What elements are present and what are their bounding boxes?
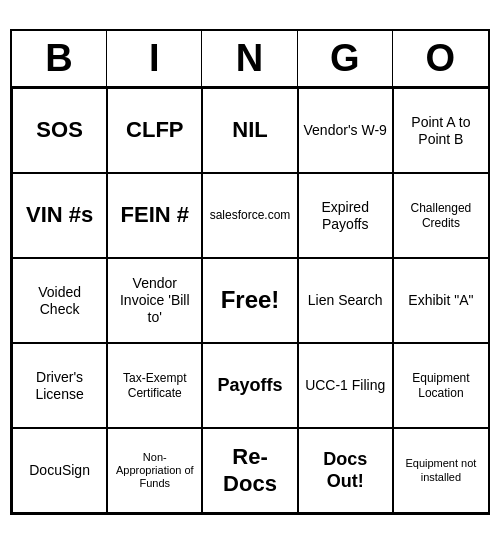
bingo-cell-18: UCC-1 Filing — [298, 343, 393, 428]
bingo-cell-16: Tax-Exempt Certificate — [107, 343, 202, 428]
bingo-cell-5: VIN #s — [12, 173, 107, 258]
header-letter-b: B — [12, 31, 107, 86]
cell-text-10: Voided Check — [17, 284, 102, 318]
header-letter-i: I — [107, 31, 202, 86]
cell-text-6: FEIN # — [121, 202, 189, 228]
bingo-cell-17: Payoffs — [202, 343, 297, 428]
cell-text-1: CLFP — [126, 117, 183, 143]
bingo-cell-0: SOS — [12, 88, 107, 173]
cell-text-20: DocuSign — [29, 462, 90, 479]
cell-text-18: UCC-1 Filing — [305, 377, 385, 394]
header-letter-n: N — [202, 31, 297, 86]
bingo-cell-23: Docs Out! — [298, 428, 393, 513]
cell-text-14: Exhibit "A" — [408, 292, 473, 309]
bingo-cell-12: Free! — [202, 258, 297, 343]
cell-text-15: Driver's License — [17, 369, 102, 403]
cell-text-24: Equipment not installed — [398, 457, 484, 483]
header-letter-g: G — [298, 31, 393, 86]
cell-text-12: Free! — [221, 286, 280, 315]
bingo-grid: SOSCLFPNILVendor's W-9Point A to Point B… — [12, 88, 488, 513]
bingo-card: BINGO SOSCLFPNILVendor's W-9Point A to P… — [10, 29, 490, 515]
bingo-cell-19: Equipment Location — [393, 343, 488, 428]
cell-text-13: Lien Search — [308, 292, 383, 309]
cell-text-0: SOS — [36, 117, 82, 143]
bingo-cell-1: CLFP — [107, 88, 202, 173]
cell-text-8: Expired Payoffs — [303, 199, 388, 233]
bingo-cell-8: Expired Payoffs — [298, 173, 393, 258]
cell-text-22: Re-Docs — [207, 444, 292, 497]
bingo-cell-24: Equipment not installed — [393, 428, 488, 513]
bingo-cell-22: Re-Docs — [202, 428, 297, 513]
bingo-cell-7: salesforce.com — [202, 173, 297, 258]
bingo-cell-3: Vendor's W-9 — [298, 88, 393, 173]
cell-text-17: Payoffs — [217, 375, 282, 397]
cell-text-16: Tax-Exempt Certificate — [112, 371, 197, 400]
cell-text-2: NIL — [232, 117, 267, 143]
bingo-cell-14: Exhibit "A" — [393, 258, 488, 343]
bingo-cell-21: Non-Appropriation of Funds — [107, 428, 202, 513]
bingo-cell-20: DocuSign — [12, 428, 107, 513]
cell-text-3: Vendor's W-9 — [304, 122, 387, 139]
header-letter-o: O — [393, 31, 488, 86]
cell-text-19: Equipment Location — [398, 371, 484, 400]
bingo-cell-13: Lien Search — [298, 258, 393, 343]
cell-text-4: Point A to Point B — [398, 114, 484, 148]
cell-text-5: VIN #s — [26, 202, 93, 228]
bingo-cell-6: FEIN # — [107, 173, 202, 258]
bingo-header: BINGO — [12, 31, 488, 88]
cell-text-23: Docs Out! — [303, 449, 388, 492]
bingo-cell-2: NIL — [202, 88, 297, 173]
cell-text-9: Challenged Credits — [398, 201, 484, 230]
bingo-cell-9: Challenged Credits — [393, 173, 488, 258]
cell-text-21: Non-Appropriation of Funds — [112, 451, 197, 491]
bingo-cell-11: Vendor Invoice 'Bill to' — [107, 258, 202, 343]
bingo-cell-15: Driver's License — [12, 343, 107, 428]
bingo-cell-4: Point A to Point B — [393, 88, 488, 173]
cell-text-7: salesforce.com — [210, 208, 291, 222]
cell-text-11: Vendor Invoice 'Bill to' — [112, 275, 197, 325]
bingo-cell-10: Voided Check — [12, 258, 107, 343]
